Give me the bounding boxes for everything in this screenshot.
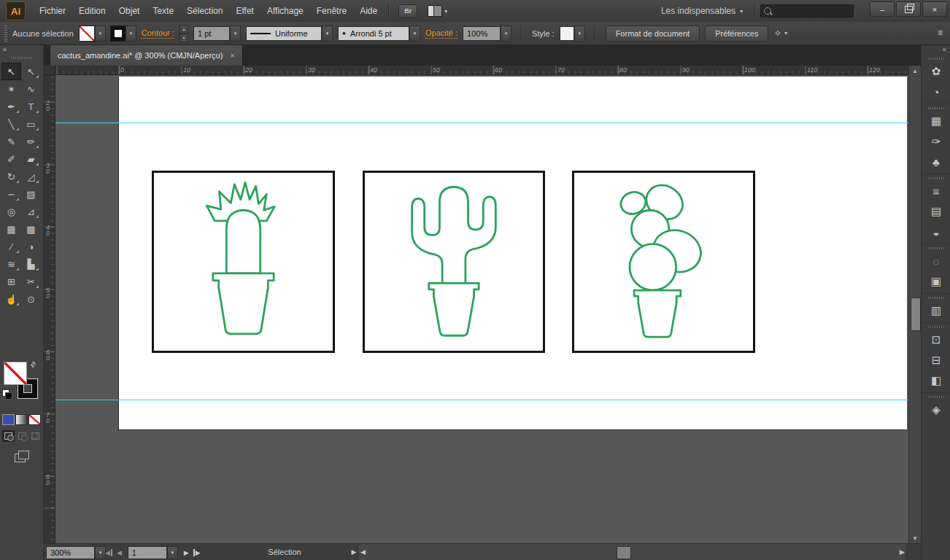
menu-affichage[interactable]: Affichage bbox=[260, 1, 310, 20]
tool-eraser[interactable]: ▰ bbox=[21, 150, 41, 168]
chevron-down-icon[interactable]: ▾ bbox=[322, 26, 333, 42]
transparency-panel-icon[interactable]: ◒ bbox=[922, 222, 950, 242]
panel-grip[interactable] bbox=[4, 26, 7, 42]
status-menu-icon[interactable]: ▶ bbox=[349, 544, 360, 560]
tool-rectangle[interactable]: ▭ bbox=[21, 115, 41, 133]
draw-inside-button[interactable] bbox=[29, 430, 42, 442]
tool-artboard[interactable]: ⊞ bbox=[1, 273, 21, 290]
color-panel-icon[interactable]: ✿ bbox=[922, 61, 950, 82]
collapse-panel-icon[interactable]: « bbox=[3, 45, 7, 53]
panel-grip[interactable] bbox=[928, 396, 944, 398]
artboard-number-combo[interactable]: 1 ▾ bbox=[128, 546, 178, 559]
zoom-level-combo[interactable]: 300% ▾ bbox=[46, 546, 106, 559]
tool-slice[interactable]: ✂ bbox=[21, 273, 41, 290]
pathfinder-panel-icon[interactable]: ◧ bbox=[922, 370, 950, 391]
swap-fill-stroke-icon[interactable]: ⇄ bbox=[28, 359, 38, 370]
menu-fenetre[interactable]: Fenêtre bbox=[310, 1, 353, 20]
select-similar-control[interactable]: ✧ ▾ bbox=[773, 28, 787, 39]
horizontal-scroll-thumb[interactable] bbox=[617, 546, 631, 559]
document-setup-button[interactable]: Format de document bbox=[606, 26, 700, 42]
menu-objet[interactable]: Objet bbox=[112, 1, 147, 20]
workspace-switcher[interactable]: Les indispensables ▾ bbox=[661, 6, 743, 16]
search-box[interactable] bbox=[760, 4, 854, 18]
stroke-width-value[interactable]: 1 pt bbox=[193, 26, 230, 41]
tool-column-graph[interactable]: ▙ bbox=[21, 255, 41, 273]
scroll-right-icon[interactable]: ▶ bbox=[900, 544, 905, 560]
panel-grip[interactable] bbox=[928, 326, 944, 328]
vertical-ruler[interactable]: 20 30 40 50 60 70 80 bbox=[44, 75, 55, 543]
transform-panel-icon[interactable]: ⊡ bbox=[922, 330, 950, 350]
cactus-1-frame[interactable] bbox=[152, 171, 335, 353]
horizontal-scrollbar[interactable]: ◀ ▶ bbox=[359, 544, 907, 560]
last-artboard-button[interactable]: ▶ bbox=[193, 549, 202, 556]
artboards-panel-icon[interactable]: ▥ bbox=[922, 300, 950, 321]
stroke-width-stepper[interactable]: ▲ ▼ bbox=[179, 25, 188, 42]
align-panel-icon[interactable]: ⊟ bbox=[922, 350, 950, 370]
chevron-down-icon[interactable]: ▾ bbox=[409, 26, 420, 42]
tool-selection[interactable]: ↖ bbox=[1, 63, 21, 80]
tool-magic-wand[interactable]: ✶ bbox=[1, 80, 21, 98]
draw-normal-button[interactable] bbox=[2, 430, 15, 442]
screen-mode-button[interactable] bbox=[15, 451, 29, 462]
stroke-width-combo[interactable]: 1 pt ▾ bbox=[193, 26, 241, 42]
horizontal-ruler[interactable]: 0 10 20 30 40 50 60 70 80 90 100 110 120 bbox=[55, 66, 908, 75]
expand-dock-icon[interactable]: « bbox=[922, 45, 950, 55]
step-up-icon[interactable]: ▲ bbox=[179, 25, 188, 34]
default-fill-stroke-icon[interactable] bbox=[2, 389, 12, 400]
tool-shape-builder[interactable]: ◎ bbox=[1, 203, 21, 220]
tool-gradient[interactable]: ▩ bbox=[21, 220, 41, 238]
search-input[interactable] bbox=[774, 6, 843, 16]
tool-eyedropper[interactable]: ∕ bbox=[1, 238, 21, 255]
preferences-button[interactable]: Préférences bbox=[705, 26, 768, 42]
tool-width[interactable]: ∽ bbox=[1, 185, 21, 203]
chevron-down-icon[interactable]: ▾ bbox=[95, 26, 106, 42]
minimize-button[interactable]: – bbox=[870, 1, 895, 17]
scroll-left-icon[interactable]: ◀ bbox=[360, 544, 366, 560]
tool-mesh[interactable]: ▦ bbox=[1, 220, 21, 238]
color-mode-button[interactable] bbox=[2, 414, 15, 425]
zoom-level-value[interactable]: 300% bbox=[46, 546, 95, 559]
menu-aide[interactable]: Aide bbox=[353, 1, 384, 20]
gradient-panel-icon[interactable]: ▤ bbox=[922, 201, 950, 222]
graphic-styles-panel-icon[interactable]: ▣ bbox=[922, 271, 950, 292]
canvas[interactable] bbox=[55, 75, 908, 543]
ruler-origin-corner[interactable] bbox=[44, 66, 55, 75]
tool-rotate[interactable]: ↻ bbox=[1, 168, 21, 185]
swatches-panel-icon[interactable]: ▦ bbox=[922, 111, 950, 131]
opacity-value[interactable]: 100% bbox=[463, 26, 501, 41]
artboard-number-value[interactable]: 1 bbox=[128, 546, 167, 559]
tool-hand[interactable]: ☝ bbox=[1, 290, 21, 308]
tool-direct-selection[interactable]: ↖ bbox=[21, 63, 41, 80]
vertical-scrollbar[interactable]: ▲ ▼ bbox=[908, 66, 921, 543]
gradient-mode-button[interactable] bbox=[15, 414, 28, 425]
tool-blob-brush[interactable]: ✐ bbox=[1, 150, 21, 168]
tool-lasso[interactable]: ∿ bbox=[21, 80, 41, 98]
menu-edition[interactable]: Edition bbox=[72, 1, 112, 20]
arrange-documents-button[interactable]: ▾ bbox=[428, 5, 447, 17]
step-down-icon[interactable]: ▼ bbox=[179, 34, 188, 42]
opacity-panel-link[interactable]: Opacité : bbox=[425, 28, 457, 39]
vertical-scroll-thumb[interactable] bbox=[911, 298, 921, 331]
tool-perspective-grid[interactable]: ⊿ bbox=[21, 203, 41, 220]
layers-panel-icon[interactable]: ◈ bbox=[922, 400, 950, 420]
panel-grip[interactable] bbox=[928, 177, 944, 179]
control-panel-menu-icon[interactable]: ≡ bbox=[938, 28, 943, 38]
panel-grip[interactable] bbox=[928, 297, 944, 299]
first-artboard-button[interactable]: ◀ bbox=[104, 549, 112, 556]
next-artboard-button[interactable]: ▶ bbox=[182, 549, 190, 556]
opacity-combo[interactable]: 100% ▾ bbox=[463, 26, 511, 42]
color-guide-panel-icon[interactable]: ◔ bbox=[922, 82, 950, 102]
appearance-panel-icon[interactable]: ◌ bbox=[922, 251, 950, 271]
fill-proxy-swatch[interactable] bbox=[4, 362, 27, 385]
panel-grip[interactable] bbox=[928, 247, 944, 249]
tool-blend[interactable]: ◑ bbox=[21, 238, 41, 255]
menu-effet[interactable]: Effet bbox=[229, 1, 260, 20]
stroke-color-control[interactable]: ▾ bbox=[111, 26, 136, 42]
brush-value[interactable]: ● Arrondi 5 pt bbox=[338, 26, 409, 41]
chevron-down-icon[interactable]: ▾ bbox=[574, 26, 585, 42]
scroll-up-icon[interactable]: ▲ bbox=[909, 66, 921, 76]
scroll-down-icon[interactable]: ▼ bbox=[909, 533, 921, 543]
stroke-panel-link[interactable]: Contour : bbox=[142, 28, 174, 39]
restore-button[interactable] bbox=[896, 1, 921, 17]
brushes-panel-icon[interactable]: ✑ bbox=[922, 131, 950, 152]
